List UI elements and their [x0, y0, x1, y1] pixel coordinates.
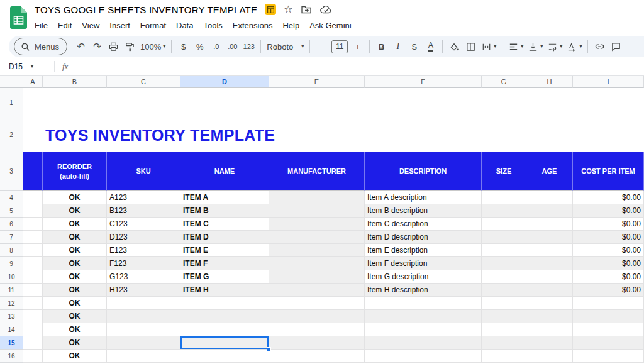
cell-D10[interactable]: ITEM G — [180, 270, 269, 284]
number-format-button[interactable]: 123 — [241, 38, 257, 55]
redo-button[interactable]: ↷ — [89, 38, 105, 55]
cell-E14[interactable] — [269, 323, 365, 336]
cell-C4[interactable]: A123 — [107, 191, 180, 204]
cell-E6[interactable] — [269, 218, 365, 231]
column-header-D[interactable]: D — [180, 76, 269, 88]
cell-D15[interactable] — [180, 336, 269, 350]
cell-G10[interactable] — [482, 270, 526, 284]
cell-B11[interactable]: OK — [43, 284, 107, 297]
cell-A7[interactable] — [23, 231, 43, 244]
cell-C1[interactable] — [107, 88, 180, 118]
cell-C9[interactable]: F123 — [107, 257, 180, 270]
cell-F3[interactable]: DESCRIPTION — [365, 152, 482, 191]
format-percent-button[interactable]: % — [192, 38, 208, 55]
format-currency-button[interactable]: $ — [175, 38, 191, 55]
cell-I13[interactable] — [573, 310, 644, 323]
cell-G9[interactable] — [482, 257, 526, 270]
cell-C7[interactable]: D123 — [107, 231, 180, 244]
cell-I5[interactable]: $0.00 — [573, 204, 644, 218]
cell-E16[interactable] — [269, 350, 365, 363]
print-button[interactable] — [106, 38, 121, 55]
cell-I9[interactable]: $0.00 — [573, 257, 644, 270]
cell-I14[interactable] — [573, 323, 644, 336]
cell-I11[interactable]: $0.00 — [573, 284, 644, 297]
cell-C10[interactable]: G123 — [107, 270, 180, 284]
cell-C3[interactable]: SKU — [107, 152, 180, 191]
column-header-E[interactable]: E — [269, 76, 365, 88]
row-header-12[interactable]: 12 — [0, 297, 23, 310]
cell-I12[interactable] — [573, 297, 644, 310]
insert-comment-button[interactable] — [608, 38, 624, 55]
cell-B2[interactable]: TOYS INVENTORY TEMPLATE — [43, 118, 107, 152]
strikethrough-button[interactable]: S — [406, 38, 422, 55]
cell-F1[interactable] — [365, 88, 482, 118]
cell-F14[interactable] — [365, 323, 482, 336]
zoom-select[interactable]: 100% ▾ — [138, 38, 167, 55]
cell-D16[interactable] — [180, 350, 269, 363]
cell-H15[interactable] — [526, 336, 573, 350]
cell-I10[interactable]: $0.00 — [573, 270, 644, 284]
cell-H9[interactable] — [526, 257, 573, 270]
cell-G4[interactable] — [482, 191, 526, 204]
cell-F13[interactable] — [365, 310, 482, 323]
row-header-14[interactable]: 14 — [0, 323, 23, 336]
bold-button[interactable]: B — [374, 38, 389, 55]
cell-C6[interactable]: C123 — [107, 218, 180, 231]
cell-A14[interactable] — [23, 323, 43, 336]
cloud-status-icon[interactable] — [319, 4, 332, 15]
row-header-13[interactable]: 13 — [0, 310, 23, 323]
decrease-font-size-button[interactable]: − — [314, 38, 330, 55]
row-header-6[interactable]: 6 — [0, 218, 23, 231]
cell-D3[interactable]: NAME — [180, 152, 269, 191]
horizontal-align-button[interactable]: ▾ — [506, 38, 525, 55]
cell-H13[interactable] — [526, 310, 573, 323]
cell-F5[interactable]: Item B description — [365, 204, 482, 218]
cell-F8[interactable]: Item E description — [365, 244, 482, 257]
cell-I7[interactable]: $0.00 — [573, 231, 644, 244]
cell-H16[interactable] — [526, 350, 573, 363]
cell-A15[interactable] — [23, 336, 43, 350]
column-header-B[interactable]: B — [43, 76, 107, 88]
cell-C14[interactable] — [107, 323, 180, 336]
menu-view[interactable]: View — [77, 19, 104, 32]
column-header-G[interactable]: G — [482, 76, 526, 88]
cell-H12[interactable] — [526, 297, 573, 310]
row-header-4[interactable]: 4 — [0, 191, 23, 204]
cell-A8[interactable] — [23, 244, 43, 257]
cell-D12[interactable] — [180, 297, 269, 310]
cell-D14[interactable] — [180, 323, 269, 336]
cell-G16[interactable] — [482, 350, 526, 363]
cell-C11[interactable]: H123 — [107, 284, 180, 297]
cell-H3[interactable]: AGE — [526, 152, 573, 191]
cell-I1[interactable] — [573, 88, 644, 118]
cell-F6[interactable]: Item C description — [365, 218, 482, 231]
cell-B15[interactable]: OK — [43, 336, 107, 350]
cell-H4[interactable] — [526, 191, 573, 204]
cell-G14[interactable] — [482, 323, 526, 336]
cell-F9[interactable]: Item F description — [365, 257, 482, 270]
increase-font-size-button[interactable]: + — [350, 38, 365, 55]
cell-H14[interactable] — [526, 323, 573, 336]
cell-B10[interactable]: OK — [43, 270, 107, 284]
cell-A13[interactable] — [23, 310, 43, 323]
cell-F16[interactable] — [365, 350, 482, 363]
cell-G15[interactable] — [482, 336, 526, 350]
cell-A1[interactable] — [23, 88, 43, 118]
cell-H11[interactable] — [526, 284, 573, 297]
cell-D8[interactable]: ITEM E — [180, 244, 269, 257]
cell-F15[interactable] — [365, 336, 482, 350]
star-icon[interactable]: ☆ — [284, 4, 292, 14]
cell-H5[interactable] — [526, 204, 573, 218]
menu-format[interactable]: Format — [135, 19, 171, 32]
row-header-15[interactable]: 15 — [0, 336, 23, 350]
cell-E1[interactable] — [269, 88, 365, 118]
menu-file[interactable]: File — [30, 19, 53, 32]
cell-C12[interactable] — [107, 297, 180, 310]
cell-H6[interactable] — [526, 218, 573, 231]
cell-B4[interactable]: OK — [43, 191, 107, 204]
cell-I15[interactable] — [573, 336, 644, 350]
cell-C8[interactable]: E123 — [107, 244, 180, 257]
sheet-badge-icon[interactable] — [265, 4, 276, 15]
cell-E4[interactable] — [269, 191, 365, 204]
select-all-corner[interactable] — [0, 76, 23, 88]
